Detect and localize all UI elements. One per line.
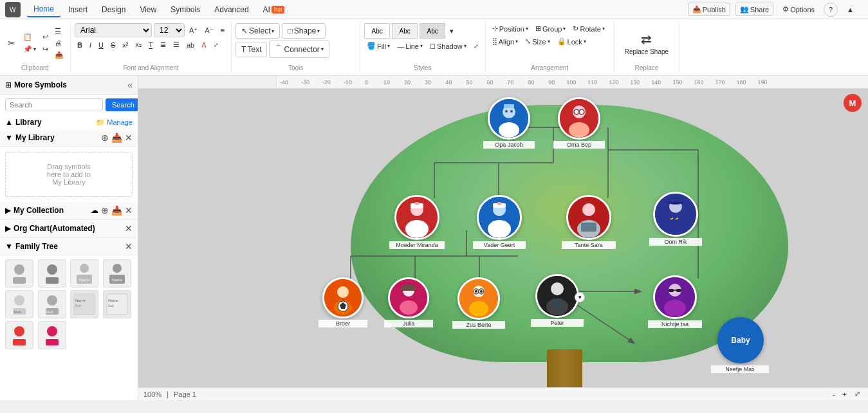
- zoom-in-btn[interactable]: +: [840, 389, 849, 399]
- style-sample-3[interactable]: Abc: [420, 23, 445, 39]
- size-button[interactable]: ⤡ Size ▾: [522, 36, 552, 47]
- family-tree-header[interactable]: ▼ Family Tree ✕: [0, 238, 138, 255]
- collapse-panel-btn[interactable]: «: [127, 80, 133, 90]
- list-button[interactable]: ≣: [158, 39, 169, 50]
- close-org-chart-btn[interactable]: ✕: [125, 223, 133, 234]
- style-sample-1[interactable]: Abc: [364, 23, 390, 39]
- export-button[interactable]: 📤: [52, 50, 66, 60]
- zoom-out-btn[interactable]: -: [830, 389, 838, 399]
- symbol-item[interactable]: Name Sub: [103, 290, 131, 318]
- menu-view[interactable]: View: [133, 3, 163, 17]
- menu-design[interactable]: Design: [95, 3, 132, 17]
- add-collection-btn[interactable]: ⊕: [101, 205, 109, 216]
- print-button[interactable]: 🖨: [52, 38, 66, 48]
- text-button[interactable]: T Text: [235, 42, 267, 57]
- search-input[interactable]: [5, 98, 103, 111]
- increase-font-button[interactable]: A⁺: [187, 25, 200, 36]
- symbol-item[interactable]: Name: [70, 259, 98, 288]
- canvas-container[interactable]: M: [138, 89, 868, 387]
- symbol-item[interactable]: Name: [103, 259, 131, 288]
- lock-button[interactable]: 🔒 Lock ▾: [555, 36, 589, 47]
- import-library-btn[interactable]: 📥: [111, 133, 122, 143]
- import-collection-btn[interactable]: 📥: [111, 205, 122, 216]
- person-moeder[interactable]: Moeder Miranda: [389, 195, 445, 249]
- fit-page-btn[interactable]: ⤢: [852, 389, 863, 399]
- org-chart-header[interactable]: ▶ Org Chart(Automated) ✕: [0, 220, 138, 237]
- font-alignment-expand[interactable]: ⤢: [211, 41, 221, 50]
- symbol-item[interactable]: [38, 321, 66, 349]
- decrease-font-button[interactable]: A⁻: [202, 25, 216, 36]
- person-oom[interactable]: Oom Rik: [649, 192, 702, 246]
- cut-button[interactable]: ✂: [4, 36, 19, 50]
- add-to-library-btn[interactable]: ⊕: [101, 133, 109, 143]
- bold-button[interactable]: B: [75, 40, 85, 50]
- person-zus[interactable]: Zus Berte: [452, 277, 505, 329]
- rotate-button[interactable]: ↻ Rotate ▾: [570, 23, 607, 34]
- person-oma[interactable]: Oma Bep: [553, 97, 605, 149]
- select-button[interactable]: ↖ Select ▾: [235, 23, 280, 39]
- replace-shape-button[interactable]: ⇄ Replace Shape: [618, 28, 675, 59]
- line-button[interactable]: — Line ▾: [394, 41, 425, 51]
- help-button[interactable]: ?: [824, 3, 838, 17]
- underline-button[interactable]: U: [96, 40, 106, 50]
- styles-expand[interactable]: ⤢: [471, 41, 481, 51]
- group-button[interactable]: ⊞ Group ▾: [533, 23, 569, 34]
- text-format-button[interactable]: T̲: [146, 39, 156, 50]
- fill-button[interactable]: 🪣 Fill ▾: [364, 41, 392, 51]
- strikethrough-button[interactable]: S: [108, 40, 118, 50]
- search-button[interactable]: Search: [106, 98, 138, 111]
- position-button[interactable]: ⊹ Position ▾: [490, 23, 531, 34]
- my-collection-header[interactable]: ▶ My Collection ☁ ⊕ 📥 ✕: [0, 202, 138, 219]
- person-broer[interactable]: Broer: [319, 277, 367, 327]
- italic-button[interactable]: I: [87, 40, 94, 50]
- baby-circle[interactable]: Baby: [717, 317, 764, 363]
- style-sample-2[interactable]: Abc: [392, 23, 418, 39]
- symbol-item[interactable]: Name Sub: [70, 290, 98, 318]
- align-button[interactable]: ≡: [218, 25, 227, 35]
- superscript-button[interactable]: x²: [120, 40, 131, 50]
- format-button[interactable]: ☰: [52, 26, 66, 37]
- publish-button[interactable]: 📤 Publish: [688, 3, 730, 16]
- redo-button[interactable]: ↪: [40, 44, 51, 55]
- person-opa[interactable]: Opa Jacob: [483, 97, 535, 149]
- symbol-item[interactable]: [5, 259, 33, 288]
- font-family-select[interactable]: Arial: [75, 23, 152, 37]
- font-color-button[interactable]: A: [199, 40, 208, 50]
- list2-button[interactable]: ☰: [171, 39, 182, 50]
- font-size-select[interactable]: 12: [154, 23, 185, 37]
- symbol-item[interactable]: [38, 259, 66, 288]
- options-button[interactable]: ⚙ Options: [779, 3, 818, 15]
- person-julia[interactable]: Julia: [384, 277, 433, 327]
- person-nicht[interactable]: Nichtje Isa: [648, 275, 702, 328]
- symbol-item[interactable]: Multi: [5, 290, 33, 318]
- styles-scroll-btn[interactable]: ▾: [447, 26, 456, 37]
- person-peter[interactable]: ▾ Peter: [531, 274, 584, 327]
- symbol-item[interactable]: [5, 321, 33, 349]
- paste-button[interactable]: 📌 ▾: [21, 44, 39, 55]
- peter-dropdown[interactable]: ▾: [575, 292, 585, 302]
- close-library-btn[interactable]: ✕: [125, 133, 133, 143]
- shape-button[interactable]: □ Shape ▾: [282, 23, 326, 39]
- subscript-button[interactable]: x₂: [133, 39, 144, 50]
- highlight-button[interactable]: ab: [184, 40, 197, 50]
- menu-home[interactable]: Home: [27, 2, 60, 17]
- undo-button[interactable]: ↩: [40, 32, 51, 42]
- shadow-button[interactable]: ◻ Shadow ▾: [427, 41, 469, 51]
- share-button[interactable]: 👥 Share: [735, 3, 773, 16]
- align-btn[interactable]: ⣿ Align ▾: [490, 36, 521, 47]
- menu-advanced[interactable]: Advanced: [208, 3, 255, 17]
- symbol-item[interactable]: Multi: [38, 290, 66, 318]
- diagram-canvas[interactable]: Opa Jacob: [286, 92, 868, 387]
- collapse-button[interactable]: ▲: [843, 4, 858, 15]
- menu-symbols[interactable]: Symbols: [164, 3, 207, 17]
- connector-button[interactable]: ⌒ Connector ▾: [269, 41, 329, 58]
- manage-link[interactable]: 📁 Manage: [96, 118, 133, 127]
- person-vader[interactable]: Vader Geert: [473, 195, 526, 249]
- menu-ai[interactable]: AI hot: [257, 3, 291, 17]
- menu-insert[interactable]: Insert: [62, 3, 94, 17]
- person-tante[interactable]: Tante Sara: [562, 195, 616, 249]
- my-library-section[interactable]: ▼ My Library ⊕ 📥 ✕: [0, 129, 138, 147]
- close-family-tree-btn[interactable]: ✕: [125, 241, 133, 252]
- copy-button[interactable]: 📋: [21, 32, 39, 42]
- close-collection-btn[interactable]: ✕: [125, 205, 133, 216]
